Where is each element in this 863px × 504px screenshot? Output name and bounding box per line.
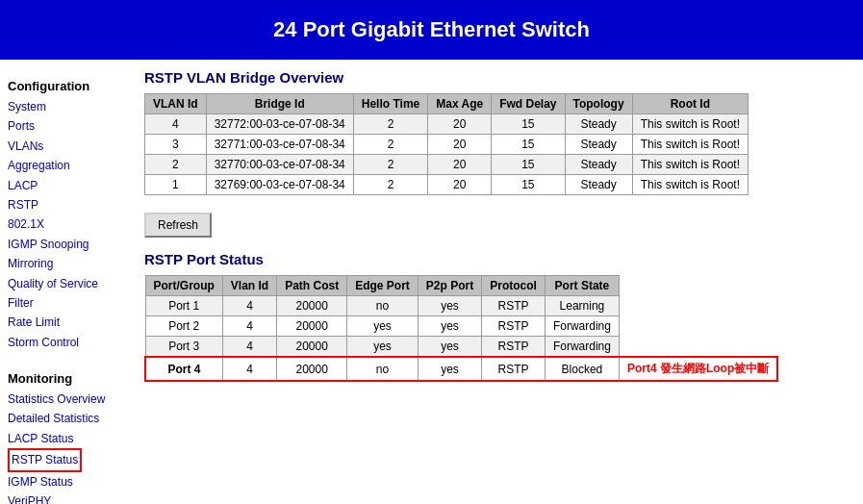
vlan-col-header: Fwd Delay bbox=[492, 94, 565, 114]
config-links: SystemPortsVLANsAggregationLACPRSTP802.1… bbox=[8, 97, 127, 352]
vlan-col-header: Max Age bbox=[428, 94, 492, 114]
vlan-bridge-row: 332771:00-03-ce-07-08-3422015SteadyThis … bbox=[145, 135, 749, 155]
sidebar-link-storm-control[interactable]: Storm Control bbox=[8, 333, 127, 352]
vlan-bridge-title: RSTP VLAN Bridge Overview bbox=[144, 69, 853, 86]
sidebar-link-aggregation[interactable]: Aggregation bbox=[8, 156, 127, 175]
port-status-row: Port 2420000yesyesRSTPForwarding bbox=[145, 316, 777, 337]
sidebar-link-802.1x[interactable]: 802.1X bbox=[8, 214, 127, 234]
port-status-row: Port 3420000yesyesRSTPForwarding bbox=[145, 337, 777, 358]
sidebar-link-lacp-status[interactable]: LACP Status bbox=[8, 429, 127, 448]
content-area: RSTP VLAN Bridge Overview VLAN IdBridge … bbox=[135, 69, 863, 504]
sidebar-link-rate-limit[interactable]: Rate Limit bbox=[8, 313, 127, 332]
sidebar-link-mirroring[interactable]: Mirroring bbox=[8, 254, 127, 273]
vlan-bridge-row: 232770:00-03-ce-07-08-3422015SteadyThis … bbox=[145, 155, 749, 175]
sidebar-link-system[interactable]: System bbox=[8, 97, 127, 116]
port-alert-message: Port4 發生網路Loop被中斷 bbox=[619, 357, 777, 381]
port-status-row: Port 1420000noyesRSTPLearning bbox=[145, 296, 777, 316]
sidebar-link-igmp-snooping[interactable]: IGMP Snooping bbox=[8, 235, 127, 254]
vlan-col-header: Hello Time bbox=[353, 94, 427, 114]
port-status-row: Port 4420000noyesRSTPBlockedPort4 發生網路Lo… bbox=[145, 357, 777, 381]
port-col-header: Vlan Id bbox=[222, 276, 276, 296]
sidebar-link-vlans[interactable]: VLANs bbox=[8, 137, 127, 156]
header-title: 24 Port Gigabit Ethernet Switch bbox=[273, 17, 590, 41]
port-col-header: Protocol bbox=[482, 276, 546, 296]
port-col-header: Port State bbox=[545, 276, 619, 296]
sidebar-link-lacp[interactable]: LACP bbox=[8, 176, 127, 195]
sidebar-link-statistics-overview[interactable]: Statistics Overview bbox=[8, 390, 127, 409]
monitoring-links: Statistics OverviewDetailed StatisticsLA… bbox=[8, 390, 127, 504]
sidebar-link-rstp-status[interactable]: RSTP Status bbox=[8, 448, 82, 471]
vlan-bridge-row: 432772:00-03-ce-07-08-3422015SteadyThis … bbox=[145, 114, 749, 135]
vlan-bridge-table: VLAN IdBridge IdHello TimeMax AgeFwd Del… bbox=[144, 93, 749, 195]
vlan-col-header: Bridge Id bbox=[206, 94, 353, 114]
vlan-col-header: Root Id bbox=[632, 94, 748, 114]
port-status-title: RSTP Port Status bbox=[144, 251, 853, 267]
sidebar-link-rstp[interactable]: RSTP bbox=[8, 195, 127, 214]
page-header: 24 Port Gigabit Ethernet Switch bbox=[0, 0, 863, 60]
monitoring-section-title: Monitoring bbox=[8, 371, 127, 386]
sidebar-link-ports[interactable]: Ports bbox=[8, 116, 127, 136]
sidebar-link-igmp-status[interactable]: IGMP Status bbox=[8, 472, 127, 491]
sidebar-link-filter[interactable]: Filter bbox=[8, 293, 127, 313]
vlan-col-header: Topology bbox=[565, 94, 632, 114]
config-section-title: Configuration bbox=[8, 79, 127, 93]
port-col-header: Edge Port bbox=[347, 276, 419, 296]
refresh-button[interactable]: Refresh bbox=[144, 213, 212, 238]
port-col-header: Port/Group bbox=[145, 276, 222, 296]
sidebar-link-quality-of-service[interactable]: Quality of Service bbox=[8, 274, 127, 293]
sidebar-link-veriphy[interactable]: VeriPHY bbox=[8, 491, 127, 504]
sidebar-link-detailed-statistics[interactable]: Detailed Statistics bbox=[8, 409, 127, 428]
port-col-header: P2p Port bbox=[418, 276, 481, 296]
vlan-bridge-row: 132769:00-03-ce-07-08-3422015SteadyThis … bbox=[145, 175, 749, 195]
port-status-table: Port/GroupVlan IdPath CostEdge PortP2p P… bbox=[144, 275, 778, 382]
vlan-col-header: VLAN Id bbox=[145, 94, 207, 114]
port-col-header: Path Cost bbox=[277, 276, 347, 296]
sidebar: Configuration SystemPortsVLANsAggregatio… bbox=[0, 69, 135, 504]
